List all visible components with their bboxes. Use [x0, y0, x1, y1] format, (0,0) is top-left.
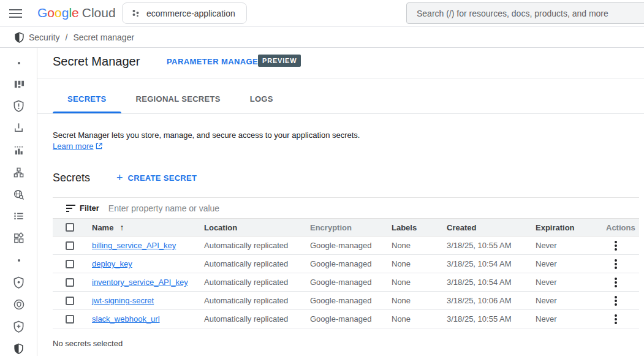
column-header-expiration[interactable]: Expiration — [536, 223, 604, 232]
shapes-grid-icon[interactable] — [12, 232, 25, 244]
row-checkbox[interactable] — [66, 278, 74, 287]
search-input[interactable] — [407, 9, 644, 18]
global-search-bar[interactable] — [406, 2, 644, 24]
plus-icon: + — [116, 172, 123, 183]
shield-dot-icon[interactable] — [12, 276, 25, 289]
tab-regional-secrets[interactable]: REGIONAL SECRETS — [121, 84, 235, 113]
column-header-labels[interactable]: Labels — [392, 223, 447, 232]
cell-labels: None — [392, 259, 447, 268]
breadcrumb: Security / Secret manager — [0, 27, 644, 48]
filter-label: Filter — [80, 203, 99, 213]
create-secret-button[interactable]: + CREATE SECRET — [116, 172, 197, 183]
secrets-table: Filter Name↑ Location Encryption Labels … — [53, 197, 639, 328]
google-cloud-logo[interactable]: GoogleCloud — [37, 6, 116, 20]
secret-name-link[interactable]: slack_webhook_url — [92, 314, 160, 324]
cell-expiration: Never — [536, 314, 604, 324]
table-row: jwt-signing-secret Automatically replica… — [53, 292, 639, 310]
cell-created: 3/18/25, 10:55 AM — [447, 314, 536, 324]
project-icon — [131, 9, 140, 18]
create-secret-label: CREATE SECRET — [128, 173, 197, 183]
page-title: Secret Manager — [53, 55, 140, 69]
column-header-name[interactable]: Name↑ — [92, 222, 204, 232]
cell-encryption: Google-managed — [310, 241, 392, 250]
tab-secrets[interactable]: SECRETS — [53, 84, 121, 113]
logo-cloud-text: Cloud — [82, 6, 116, 20]
dot-separator-icon — [12, 56, 25, 69]
select-all-checkbox[interactable] — [66, 223, 74, 232]
filter-bar: Filter — [53, 197, 639, 218]
cell-labels: None — [392, 278, 447, 287]
parameter-manager-link[interactable]: PARAMETER MANAGER — [167, 57, 264, 66]
service-description: Secret Manager lets you store, manage, a… — [53, 129, 360, 141]
cell-created: 3/18/25, 10:06 AM — [447, 296, 536, 305]
security-products-sidebar — [0, 48, 37, 356]
shield-alert-icon[interactable] — [12, 99, 25, 112]
bar-chart-icon[interactable] — [12, 144, 25, 157]
cell-encryption: Google-managed — [310, 296, 392, 305]
sort-ascending-icon: ↑ — [119, 222, 124, 232]
breadcrumb-separator: / — [66, 32, 68, 42]
preview-badge: PREVIEW — [258, 55, 301, 67]
tab-bar: SECRETS REGIONAL SECRETS LOGS — [37, 78, 644, 114]
project-selector-button[interactable]: ecommerce-application — [122, 2, 247, 24]
cell-expiration: Never — [536, 241, 604, 250]
cell-location: Automatically replicated — [204, 296, 310, 305]
menu-icon[interactable] — [9, 9, 22, 18]
row-checkbox[interactable] — [66, 260, 74, 268]
list-icon[interactable] — [12, 210, 25, 222]
main-content: Secret Manager PARAMETER MANAGER PREVIEW… — [37, 48, 644, 356]
cell-encryption: Google-managed — [310, 259, 392, 268]
row-actions-menu-icon[interactable] — [610, 277, 621, 288]
row-checkbox[interactable] — [66, 315, 74, 324]
secret-name-link[interactable]: inventory_service_API_key — [92, 278, 188, 287]
table-row: billing_service_API_key Automatically re… — [53, 237, 639, 255]
security-shield-icon — [14, 32, 25, 43]
import-tray-icon[interactable] — [12, 121, 25, 134]
dot-separator-icon — [12, 254, 25, 267]
row-actions-menu-icon[interactable] — [610, 259, 621, 270]
secret-name-link[interactable]: deploy_key — [92, 259, 132, 268]
cell-labels: None — [392, 296, 447, 305]
cell-created: 3/18/25, 10:54 AM — [447, 278, 536, 287]
cell-created: 3/18/25, 10:54 AM — [447, 259, 536, 268]
gcp-console-window: GoogleCloud ecommerce-application — [0, 0, 644, 356]
cell-expiration: Never — [536, 259, 604, 268]
filter-input[interactable] — [108, 203, 639, 213]
cell-expiration: Never — [536, 278, 604, 287]
secret-name-link[interactable]: billing_service_API_key — [92, 241, 176, 250]
security-shield-icon[interactable] — [12, 342, 25, 355]
cell-encryption: Google-managed — [310, 278, 392, 287]
cell-labels: None — [392, 241, 447, 250]
column-header-location[interactable]: Location — [204, 223, 310, 232]
row-actions-menu-icon[interactable] — [610, 240, 621, 251]
circle-shield-icon[interactable] — [12, 298, 25, 311]
cell-expiration: Never — [536, 296, 604, 305]
selection-status-text: No secrets selected — [53, 339, 123, 348]
inventory-blocks-icon[interactable] — [12, 78, 25, 91]
column-header-created[interactable]: Created — [447, 223, 536, 232]
cell-encryption: Google-managed — [310, 314, 392, 324]
shield-plus-icon[interactable] — [12, 320, 25, 333]
row-checkbox[interactable] — [66, 297, 74, 305]
column-header-encryption: Encryption — [310, 223, 392, 232]
breadcrumb-section[interactable]: Security — [29, 32, 60, 42]
cell-labels: None — [392, 314, 447, 324]
project-name: ecommerce-application — [146, 9, 235, 18]
cell-location: Automatically replicated — [204, 241, 310, 250]
table-row: slack_webhook_url Automatically replicat… — [53, 310, 639, 328]
filter-icon[interactable] — [66, 205, 75, 212]
row-actions-menu-icon[interactable] — [610, 295, 621, 306]
learn-more-label: Learn more — [53, 142, 93, 151]
tab-logs[interactable]: LOGS — [235, 84, 288, 113]
network-topology-icon[interactable] — [12, 166, 25, 179]
cell-location: Automatically replicated — [204, 278, 310, 287]
external-link-icon — [96, 143, 102, 150]
row-checkbox[interactable] — [66, 241, 74, 250]
globe-search-icon[interactable] — [12, 188, 25, 201]
row-actions-menu-icon[interactable] — [610, 314, 621, 325]
cell-location: Automatically replicated — [204, 314, 310, 324]
table-row: deploy_key Automatically replicated Goog… — [53, 255, 639, 273]
secrets-section-heading: Secrets — [53, 172, 90, 184]
learn-more-link[interactable]: Learn more — [53, 142, 102, 151]
secret-name-link[interactable]: jwt-signing-secret — [92, 296, 154, 305]
